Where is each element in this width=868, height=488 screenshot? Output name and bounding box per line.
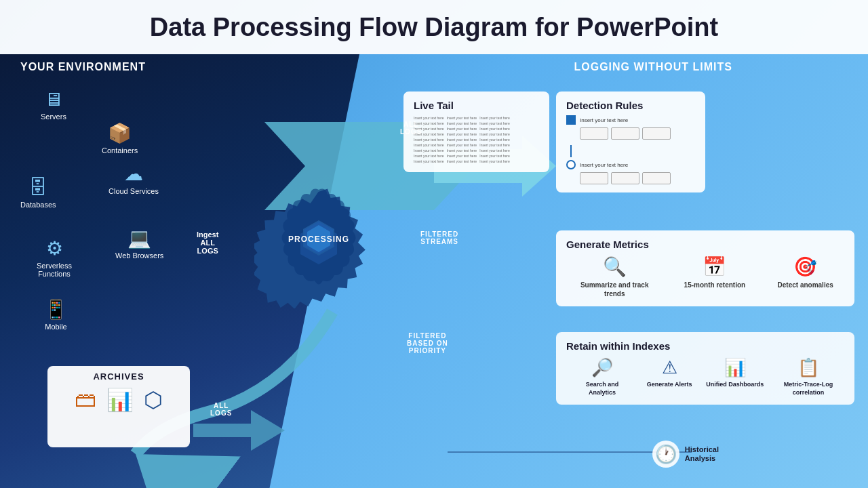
- env-browsers: 💻 Web Browsers: [115, 227, 163, 260]
- retention-icon: 📅: [703, 256, 726, 278]
- retain-correlation: 📋 Metric-Trace-Log correlation: [778, 357, 839, 396]
- metric-retention: 📅 15-month retention: [684, 256, 746, 298]
- unified-dashboards-label: Unified Dashboards: [706, 381, 764, 389]
- live-tail-card: Live Tail Insert your text here Insert y…: [403, 92, 549, 172]
- archives-box: ARCHIVES 🗃 📊 ⬡: [47, 366, 190, 447]
- metric-summarize: 🔍 Summarize and track trends: [577, 256, 652, 298]
- detection-item-1: Insert your text here: [566, 115, 695, 140]
- generate-alerts-icon: ⚠: [662, 357, 677, 378]
- archive-icon-1: 🗃: [75, 387, 96, 413]
- retain-title: Retain within Indexes: [566, 340, 844, 352]
- servers-icon: 🖥: [44, 88, 63, 110]
- env-serverless: ⚙ Serverless Functions: [27, 237, 81, 278]
- insert-label-1: Insert your text here: [580, 117, 628, 123]
- live-tail-title: Live Tail: [414, 100, 539, 111]
- metrics-items: 🔍 Summarize and track trends 📅 15-month …: [566, 256, 844, 298]
- detection-rules-title: Detection Rules: [566, 100, 695, 111]
- browsers-icon: 💻: [127, 227, 151, 249]
- retain-search: 🔎 Search and Analytics: [572, 357, 633, 396]
- svg-text:PROCESSING: PROCESSING: [288, 235, 349, 244]
- env-cloud: ☁ Cloud Services: [108, 163, 159, 195]
- page-title: Data Processing Flow Diagram for PowerPo…: [150, 13, 718, 42]
- text-box-2c[interactable]: [642, 172, 671, 184]
- env-databases: 🗄 Databases: [20, 176, 56, 209]
- metric-anomalies: 🎯 Detect anomalies: [778, 256, 833, 298]
- main-container: Data Processing Flow Diagram for PowerPo…: [0, 0, 868, 488]
- serverless-icon: ⚙: [46, 237, 63, 260]
- detection-item-2: Insert your text here: [566, 160, 695, 184]
- all-logs-down-label: ALLLOGS: [210, 402, 232, 417]
- metric-trace-log-label: Metric-Trace-Log correlation: [778, 381, 839, 396]
- insert-label-2: Insert your text here: [580, 162, 628, 168]
- metric-trace-log-icon: 📋: [797, 357, 819, 378]
- databases-icon: 🗄: [28, 176, 47, 199]
- text-box-1b[interactable]: [611, 127, 639, 140]
- filtered-streams-label: FILTEREDSTREAMS: [420, 230, 458, 245]
- connector-line: [570, 145, 572, 157]
- retain-indexes-card: Retain within Indexes 🔎 Search and Analy…: [556, 332, 854, 405]
- summarize-icon: 🔍: [603, 256, 627, 278]
- retain-dashboards: 📊 Unified Dashboards: [706, 357, 764, 396]
- unified-dashboards-icon: 📊: [724, 357, 746, 378]
- title-bar: Data Processing Flow Diagram for PowerPo…: [0, 0, 868, 54]
- processing-gear: PROCESSING: [254, 180, 383, 311]
- summarize-label: Summarize and track trends: [577, 281, 652, 298]
- archive-icon-2: 📊: [106, 387, 134, 413]
- cloud-icon: ☁: [124, 163, 143, 185]
- historical-label: HistoricalAnalysis: [685, 445, 719, 463]
- retain-alerts: ⚠ Generate Alerts: [647, 357, 692, 396]
- metrics-title: Generate Metrics: [566, 239, 844, 250]
- anomalies-icon: 🎯: [793, 256, 817, 278]
- env-servers: 🖥 Servers: [41, 88, 66, 121]
- env-containers: 📦 Containers: [102, 122, 138, 155]
- archives-title: ARCHIVES: [93, 371, 144, 382]
- all-logs-right-label: ALLLOGS: [400, 121, 422, 136]
- left-section-header: YOUR ENVIRONMENT: [20, 61, 146, 73]
- archive-icon-3: ⬡: [144, 387, 163, 413]
- right-section-header: LOGGING WITHOUT LIMITS: [574, 61, 732, 73]
- text-box-2b[interactable]: [611, 172, 639, 184]
- clock-icon: 🕐: [655, 444, 677, 465]
- archives-icons: 🗃 📊 ⬡: [75, 387, 163, 413]
- env-mobile: 📱 Mobile: [44, 298, 68, 331]
- historical-icon: 🕐: [652, 441, 679, 468]
- retain-items: 🔎 Search and Analytics ⚠ Generate Alerts…: [566, 357, 844, 396]
- text-box-1a[interactable]: [580, 127, 608, 140]
- detection-rules-card: Detection Rules Insert your text here In…: [556, 92, 705, 192]
- historical-analysis: 🕐 HistoricalAnalysis: [652, 441, 719, 468]
- generate-metrics-card: Generate Metrics 🔍 Summarize and track t…: [556, 230, 854, 306]
- anomalies-label: Detect anomalies: [778, 281, 833, 289]
- search-analytics-label: Search and Analytics: [572, 381, 633, 396]
- generate-alerts-label: Generate Alerts: [647, 381, 692, 389]
- text-box-2a[interactable]: [580, 172, 608, 184]
- ingest-label: IngestALLLOGS: [197, 230, 218, 255]
- mobile-icon: 📱: [44, 298, 68, 321]
- filtered-priority-label: FILTEREDBASED ONPRIORITY: [407, 332, 448, 354]
- search-analytics-icon: 🔎: [591, 357, 613, 378]
- live-tail-log-lines: Insert your text here Insert your text h…: [414, 115, 539, 164]
- text-box-1c[interactable]: [642, 127, 671, 140]
- containers-icon: 📦: [108, 122, 132, 144]
- retention-label: 15-month retention: [684, 281, 746, 289]
